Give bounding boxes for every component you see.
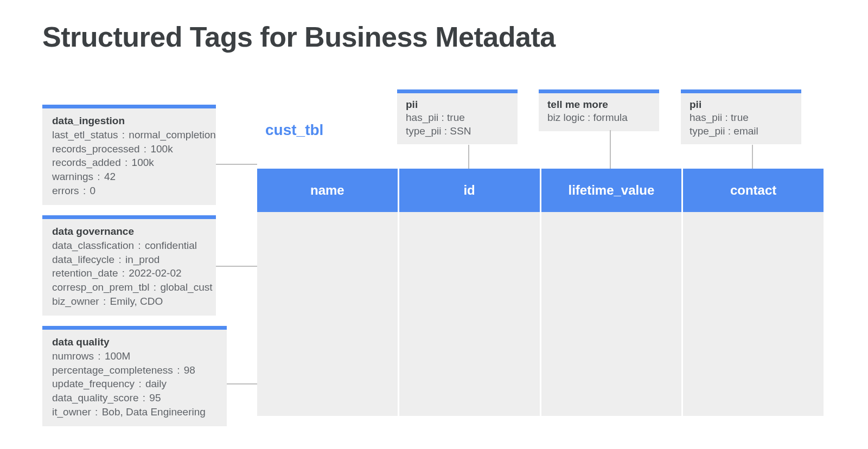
tag-title: data_ingestion — [52, 115, 206, 127]
connector-line — [468, 145, 469, 169]
column-header-contact: contact — [683, 169, 824, 212]
column-tag-pii-contact: pii has_pii : true type_pii : email — [681, 89, 801, 144]
connector-line — [216, 164, 257, 165]
tag-row: it_owner : Bob, Data Engineering — [52, 405, 217, 419]
tag-row: records_added : 100k — [52, 156, 206, 170]
tag-row: records_processed : 100k — [52, 142, 206, 156]
tag-row: has_pii : true — [690, 111, 793, 125]
connector-line — [752, 145, 753, 169]
tag-card-data-ingestion: data_ingestion last_etl_status : normal_… — [42, 105, 216, 205]
tag-title: data governance — [52, 226, 206, 238]
tag-row: corresp_on_prem_tbl : global_cust — [52, 280, 206, 294]
connector-line — [610, 130, 611, 169]
table-cell — [683, 212, 824, 416]
column-header-name: name — [257, 169, 399, 212]
table-cust-tbl: name id lifetime_value contact — [257, 169, 824, 416]
tag-card-data-governance: data governance data_classfication : con… — [42, 215, 216, 316]
tag-row: numrows : 100M — [52, 349, 217, 363]
tag-title: tell me more — [547, 99, 650, 111]
tag-row: errors : 0 — [52, 184, 206, 198]
tag-row: percentage_completeness : 98 — [52, 363, 217, 377]
tag-row: retention_date : 2022-02-02 — [52, 266, 206, 280]
tag-row: warnings : 42 — [52, 170, 206, 184]
page-title: Structured Tags for Business Metadata — [42, 21, 556, 53]
tag-row: biz logic : formula — [547, 111, 650, 125]
tag-row: data_classfication : confidential — [52, 239, 206, 253]
connector-line — [216, 266, 257, 267]
tag-row: type_pii : SSN — [406, 125, 509, 138]
tag-title: data quality — [52, 336, 217, 348]
tag-row: update_frequency : daily — [52, 377, 217, 391]
table-cell — [399, 212, 541, 416]
column-header-id: id — [399, 169, 541, 212]
tag-card-data-quality: data quality numrows : 100M percentage_c… — [42, 326, 227, 426]
tag-row: data_lifecycle : in_prod — [52, 253, 206, 267]
tag-title: pii — [690, 99, 793, 111]
tag-title: pii — [406, 99, 509, 111]
tag-row: has_pii : true — [406, 111, 509, 125]
tag-row: type_pii : email — [690, 125, 793, 138]
column-tag-pii-id: pii has_pii : true type_pii : SSN — [397, 89, 518, 144]
table-name: cust_tbl — [265, 121, 323, 139]
table-body — [257, 212, 824, 416]
table-cell — [257, 212, 399, 416]
tag-row: data_quality_score : 95 — [52, 391, 217, 405]
tag-row: last_etl_status : normal_completion — [52, 128, 206, 142]
connector-line — [227, 383, 257, 384]
column-header-lifetime-value: lifetime_value — [541, 169, 684, 212]
column-tag-tell-me-more: tell me more biz logic : formula — [539, 89, 659, 131]
table-cell — [541, 212, 684, 416]
tag-row: biz_owner : Emily, CDO — [52, 294, 206, 309]
table-header: name id lifetime_value contact — [257, 169, 824, 212]
